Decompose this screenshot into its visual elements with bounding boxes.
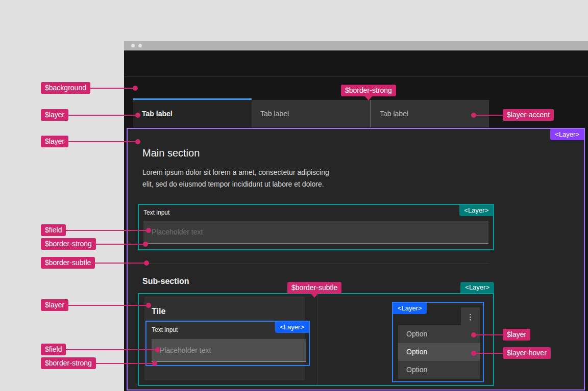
text-input-placeholder: Placeholder text [143,221,488,243]
annotation-line [476,334,503,335]
text-input-label: Text input [143,209,169,216]
annotation-badge: $border-strong [341,85,396,96]
paragraph-line: elit, sed do eiusmod tempor incididunt u… [142,180,324,188]
annotation-layer-tab: $layer [41,109,140,121]
annotation-dot [144,260,149,266]
main-section-heading: Main section [142,147,200,159]
annotation-layer-option: $layer [471,329,530,341]
annotation-layer-hover: $layer-hover [471,347,551,359]
annotation-badge: $field [41,224,66,236]
annotation-line [476,353,503,354]
annotation-border-strong-tabs: $border-strong [341,85,396,96]
annotation-line [66,349,155,350]
tile-text-input-layer-group: <Layer> Text input Placeholder text [145,321,310,366]
main-section-paragraph: Lorem ipsum dolor sit lorem a amet, cons… [142,167,377,190]
annotation-badge: $field [41,344,66,355]
annotation-badge: $layer-hover [503,347,551,359]
annotation-line [476,115,503,116]
annotation-dot [143,242,148,247]
paragraph-line: Lorem ipsum dolor sit lorem a amet, cons… [142,168,329,176]
annotation-background: $background [41,82,138,94]
sub-section-layer-group: <Layer> Tile <Layer> Text input Placehol… [138,293,494,386]
window-titlebar [124,41,588,50]
text-input-field[interactable]: Placeholder text [143,221,488,244]
annotation-line [68,141,135,142]
tile: Tile <Layer> Text input Placeholder text [144,297,305,380]
vertical-divider [317,294,317,385]
annotation-pointer-icon [365,96,372,100]
window-dot-icon [138,44,142,47]
annotation-field-main: $field [41,224,151,236]
tile-text-input-field[interactable]: Placeholder text [152,339,306,362]
layer-badge-purple: <Layer> [550,129,584,140]
menu-option-3[interactable]: Option [398,361,480,379]
annotation-badge: $layer [41,109,68,121]
annotation-line [90,88,133,89]
tab-selected[interactable]: Tab label [133,98,252,127]
annotation-dot [146,303,151,308]
annotation-line [66,230,146,231]
annotation-line [68,115,135,116]
annotation-badge: $layer-accent [503,109,554,121]
annotation-dot [146,228,151,233]
layer-badge-teal: <Layer> [459,205,493,216]
annotation-badge: $layer [41,136,68,147]
text-input-placeholder: Placeholder text [152,339,306,361]
annotation-dot [471,113,476,118]
overflow-menu: Option Option Option [398,325,480,379]
annotation-dot [135,113,140,118]
annotation-dot [152,361,157,366]
tab-unselected-1[interactable]: Tab label [252,100,371,127]
annotation-badge: $border-subtle [287,282,341,294]
overflow-menu-button[interactable]: ⋮ [461,307,480,326]
annotation-line [96,363,152,364]
overflow-menu-icon: ⋮ [467,312,474,321]
sub-section-heading: Sub-section [142,277,189,286]
annotation-dot [471,332,476,337]
annotation-field-tile: $field [41,344,160,355]
annotation-border-subtle-divider: $border-subtle [287,282,341,294]
annotation-dot [133,86,138,91]
annotation-badge: $border-strong [41,357,96,369]
text-input-label: Text input [152,326,178,333]
annotation-dot [471,351,476,356]
window-dot-icon [131,44,135,47]
annotation-border-strong-main: $border-strong [41,238,148,250]
annotation-border-strong-tile: $border-strong [41,357,157,369]
tab-label: Tab label [133,100,252,127]
menu-option-2-hovered[interactable]: Option [398,343,480,361]
annotation-layer-accent: $layer-accent [471,109,554,121]
annotation-badge: $background [41,82,90,94]
section-divider [142,263,488,264]
annotation-badge: $layer [41,299,68,311]
tile-heading: Tile [152,307,165,316]
layer-badge-teal: <Layer> [460,282,494,293]
annotation-layer-tile: $layer [41,299,151,311]
annotation-badge: $border-subtle [41,257,95,269]
page-canvas: Tab label Tab label Tab label <Layer> Ma… [0,0,588,391]
annotation-dot [155,347,160,352]
annotation-badge: $border-strong [41,238,96,250]
annotation-line [96,244,143,245]
text-input-layer-group: <Layer> Text input Placeholder text [138,204,494,250]
annotation-line [68,305,146,306]
tab-label: Tab label [252,100,371,127]
layer-badge-blue: <Layer> [393,303,427,314]
layer-badge-blue: <Layer> [275,322,309,333]
annotation-pointer-icon [311,294,318,298]
annotation-border-subtle-left: $border-subtle [41,257,149,269]
annotation-line [95,263,144,264]
header-divider [124,76,588,77]
menu-option-1[interactable]: Option [398,325,480,343]
menu-layer-group: <Layer> ⋮ Option Option Option [392,302,484,382]
annotation-badge: $layer [503,329,530,341]
annotation-layer-main: $layer [41,136,140,147]
annotation-dot [135,139,140,144]
